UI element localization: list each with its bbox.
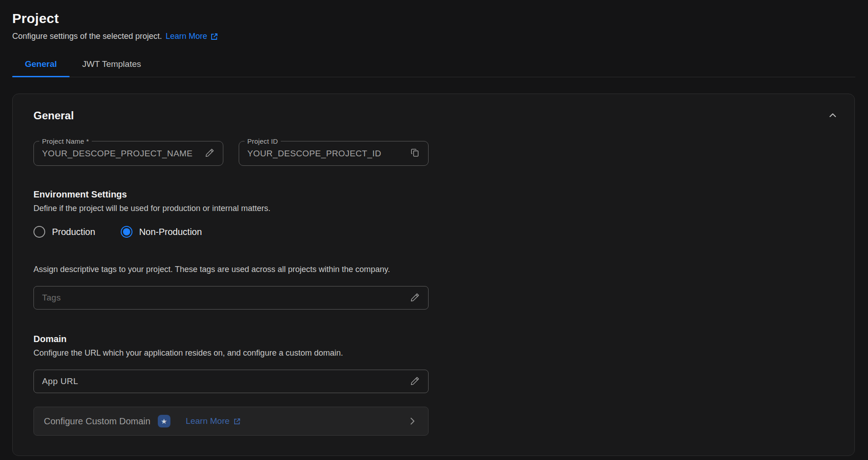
tags-input[interactable] (42, 293, 407, 303)
project-name-label: Project Name * (39, 137, 92, 145)
edit-project-name-button[interactable] (202, 146, 217, 161)
copy-icon (410, 148, 420, 159)
environment-settings-title: Environment Settings (33, 189, 429, 200)
tags-field (33, 286, 429, 310)
tab-general[interactable]: General (12, 59, 70, 77)
card-header: General (33, 108, 841, 124)
star-icon: ★ (158, 415, 170, 427)
project-settings-page: Project Configure settings of the select… (0, 0, 868, 456)
radio-label-non-production: Non-Production (139, 227, 202, 237)
radio-unchecked-icon (33, 226, 45, 238)
card-title: General (33, 108, 74, 122)
custom-domain-learn-more-label: Learn More (186, 416, 230, 426)
custom-domain-learn-more-link[interactable]: Learn More (186, 416, 241, 426)
environment-radio-group: Production Non-Production (33, 226, 429, 238)
tab-jwt-templates[interactable]: JWT Templates (70, 59, 154, 77)
collapse-section-button[interactable] (825, 108, 841, 124)
pencil-edit-icon (410, 292, 420, 304)
project-fields-row: Project Name * Project ID (33, 141, 429, 166)
general-settings-card: General Project Name * (12, 94, 855, 456)
pencil-edit-icon (205, 148, 215, 159)
page-subtitle: Configure settings of the selected proje… (12, 32, 855, 41)
page-title: Project (12, 11, 855, 26)
environment-settings-description: Define if the project will be used for p… (33, 204, 429, 213)
configure-custom-domain-row[interactable]: Configure Custom Domain ★ Learn More (33, 407, 429, 436)
app-url-field (33, 370, 429, 393)
tags-description: Assign descriptive tags to your project.… (33, 265, 429, 274)
tab-bar: General JWT Templates (12, 59, 855, 77)
radio-checked-icon (121, 226, 132, 238)
project-id-label: Project ID (245, 137, 281, 145)
domain-title: Domain (33, 334, 429, 344)
app-url-input[interactable] (42, 376, 407, 386)
domain-description: Configure the URL which your application… (33, 348, 429, 358)
project-id-input[interactable] (247, 149, 407, 159)
radio-option-production[interactable]: Production (33, 226, 95, 238)
star-glyph: ★ (160, 417, 167, 426)
page-subtitle-text: Configure settings of the selected proje… (12, 32, 162, 41)
copy-project-id-button[interactable] (407, 146, 423, 161)
external-link-icon (210, 33, 218, 41)
chevron-right-icon (407, 416, 417, 426)
card-content: Project Name * Project ID (33, 141, 429, 436)
project-name-field: Project Name * (33, 141, 223, 166)
chevron-up-icon (827, 110, 838, 122)
radio-option-non-production[interactable]: Non-Production (121, 226, 202, 238)
external-link-icon (233, 418, 241, 425)
configure-custom-domain-label: Configure Custom Domain (44, 416, 151, 427)
project-id-field: Project ID (239, 141, 429, 166)
learn-more-link[interactable]: Learn More (165, 32, 218, 41)
edit-app-url-button[interactable] (407, 374, 423, 389)
radio-label-production: Production (52, 227, 95, 237)
edit-tags-button[interactable] (407, 290, 423, 305)
learn-more-label: Learn More (165, 32, 207, 41)
pencil-edit-icon (410, 376, 420, 387)
project-name-input[interactable] (42, 149, 202, 159)
